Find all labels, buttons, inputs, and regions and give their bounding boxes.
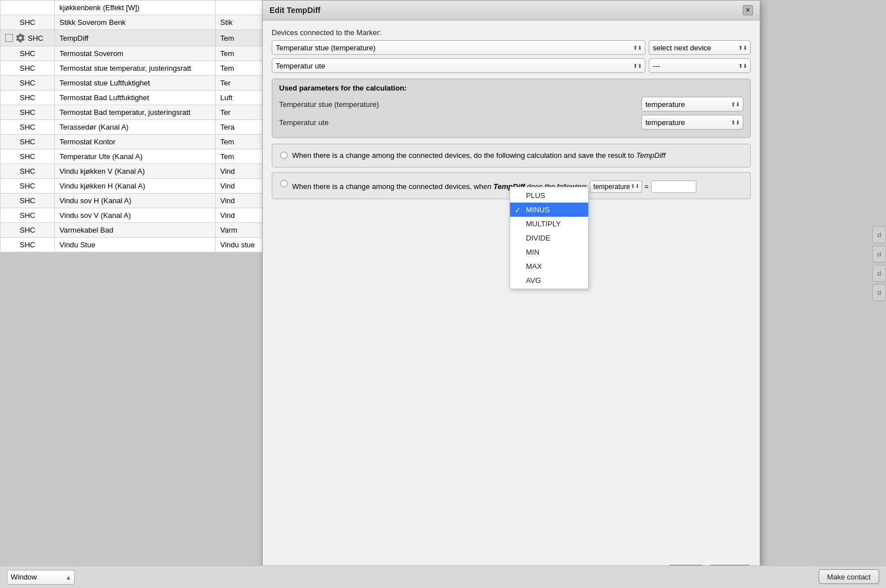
table-row[interactable]: kjøkkenbenk (Effekt [W]) xyxy=(1,1,266,15)
device1-next-select-wrapper: select next device ⬆⬇ xyxy=(649,40,751,55)
edit-tempdiff-modal: Edit TempDiff × Devices connected to the… xyxy=(262,0,760,588)
right-btn-2[interactable]: cl xyxy=(872,246,886,263)
rule2-value-input[interactable] xyxy=(651,181,696,193)
row-checkbox[interactable] xyxy=(5,34,13,42)
param1-label: Temperatur stue (temperature) xyxy=(279,100,379,109)
table-row[interactable]: SHC Vindu sov H (Kanal A) Vind xyxy=(1,194,266,208)
device2-next-select-wrapper: --- ⬆⬇ xyxy=(649,58,751,73)
table-row[interactable]: SHC Termostat stue temperatur, justering… xyxy=(1,61,266,76)
calc-section-title: Used parameters for the calculation: xyxy=(279,84,743,92)
param-row-1: Temperatur stue (temperature) temperatur… xyxy=(279,97,743,111)
dropdown-plus-label: PLUS xyxy=(526,191,545,200)
device-row-2: Temperatur ute ⬆⬇ --- ⬆⬇ xyxy=(272,58,751,73)
rule1-text: When there is a change among the connect… xyxy=(292,150,742,161)
table-row[interactable]: SHC Temperatur Ute (Kanal A) Tem xyxy=(1,149,266,164)
rule1-radio[interactable] xyxy=(280,152,288,159)
device2-select-wrapper: Temperatur ute ⬆⬇ xyxy=(272,58,645,73)
dropdown-multiply-label: MULTIPLY xyxy=(526,220,561,228)
table-row[interactable]: SHC Termostat Bad Luftfuktighet Luft xyxy=(1,91,266,105)
dropdown-item-plus[interactable]: PLUS xyxy=(510,188,588,203)
dropdown-item-multiply[interactable]: MULTIPLY xyxy=(510,217,588,231)
check-mark-minus: ✓ xyxy=(515,205,521,214)
table-row[interactable]: SHC Terassedør (Kanal A) Tera xyxy=(1,120,266,135)
gear-icon xyxy=(15,33,25,43)
modal-body: Devices connected to the Marker: Tempera… xyxy=(263,20,760,212)
table-row[interactable]: SHC Termostat Bad temperatur, justerings… xyxy=(1,105,266,120)
bottom-bar: Window ▲ Make contact xyxy=(0,565,886,588)
device2-select[interactable]: Temperatur ute xyxy=(272,58,645,73)
dropdown-divide-label: DIVIDE xyxy=(526,234,550,242)
window-select[interactable]: Window xyxy=(7,570,75,585)
dropdown-max-label: MAX xyxy=(526,262,542,271)
device1-next-select[interactable]: select next device xyxy=(649,40,751,55)
device1-select[interactable]: Temperatur stue (temperature) xyxy=(272,40,645,55)
dropdown-min-label: MIN xyxy=(526,248,540,256)
device1-select-wrapper: Temperatur stue (temperature) ⬆⬇ xyxy=(272,40,645,55)
table-row[interactable]: SHC Stikk Soverom Benk Stik xyxy=(1,15,266,30)
table-row[interactable]: SHC Vindu kjøkken H (Kanal A) Vind xyxy=(1,179,266,194)
dropdown-minus-label: MINUS xyxy=(526,205,550,214)
table-row[interactable]: SHC Vindu sov V (Kanal A) Vind xyxy=(1,208,266,223)
window-select-wrapper: Window ▲ xyxy=(7,570,75,585)
param2-select-wrapper: temperature ⬆⬇ xyxy=(641,115,743,130)
calc-section-panel: Used parameters for the calculation: Tem… xyxy=(272,79,751,138)
right-btn-4[interactable]: cl xyxy=(872,284,886,301)
param-row-2: Temperatur ute temperature ⬆⬇ xyxy=(279,115,743,130)
dropdown-item-minus[interactable]: ✓ MINUS xyxy=(510,203,588,217)
right-btn-1[interactable]: cl xyxy=(872,226,886,243)
right-btn-3[interactable]: cl xyxy=(872,265,886,282)
table-row[interactable]: SHC Termostat stue Luftfuktighet Ter xyxy=(1,76,266,91)
rule2-type-select[interactable]: temperature xyxy=(590,181,642,193)
table-row[interactable]: SHC Termostat Kontor Tem xyxy=(1,135,266,149)
param1-select-wrapper: temperature ⬆⬇ xyxy=(641,97,743,111)
dropdown-avg-label: AVG xyxy=(526,276,541,285)
rule1-panel: When there is a change among the connect… xyxy=(272,144,751,168)
right-clip-area: cl cl cl cl xyxy=(872,226,886,303)
devices-label: Devices connected to the Marker: xyxy=(272,28,751,37)
background-table: kjøkkenbenk (Effekt [W]) SHC Stikk Sover… xyxy=(0,0,266,252)
table-row[interactable]: SHC Vindu Stue Vindu stue xyxy=(1,238,266,252)
rule2-type-select-wrapper: temperature ⬆⬇ xyxy=(590,181,642,193)
modal-close-button[interactable]: × xyxy=(743,5,753,15)
table-row[interactable]: SHC Vindu kjøkken V (Kanal A) Vind xyxy=(1,164,266,179)
dropdown-item-max[interactable]: MAX xyxy=(510,259,588,273)
modal-title: Edit TempDiff xyxy=(269,6,320,15)
operation-dropdown: PLUS ✓ MINUS MULTIPLY DIVIDE MIN MAX AVG xyxy=(510,187,589,289)
device-row-1: Temperatur stue (temperature) ⬆⬇ select … xyxy=(272,40,751,55)
table-row-selected[interactable]: SHC TempDiff Tem xyxy=(1,30,266,46)
rule2-equals: = xyxy=(644,181,649,192)
param2-label: Temperatur ute xyxy=(279,118,328,127)
rule2-radio[interactable] xyxy=(280,180,288,187)
param2-select[interactable]: temperature xyxy=(641,115,743,130)
table-row[interactable]: SHC Termostat Soverom Tem xyxy=(1,46,266,61)
dropdown-item-min[interactable]: MIN xyxy=(510,245,588,259)
table-row[interactable]: SHC Varmekabel Bad Varm xyxy=(1,223,266,238)
device2-next-select[interactable]: --- xyxy=(649,58,751,73)
dropdown-item-divide[interactable]: DIVIDE xyxy=(510,231,588,245)
dropdown-item-avg[interactable]: AVG xyxy=(510,273,588,287)
modal-header: Edit TempDiff × xyxy=(263,1,760,20)
rule1-content: When there is a change among the connect… xyxy=(280,150,742,161)
param1-select[interactable]: temperature xyxy=(641,97,743,111)
make-contact-button[interactable]: Make contact xyxy=(819,569,879,584)
